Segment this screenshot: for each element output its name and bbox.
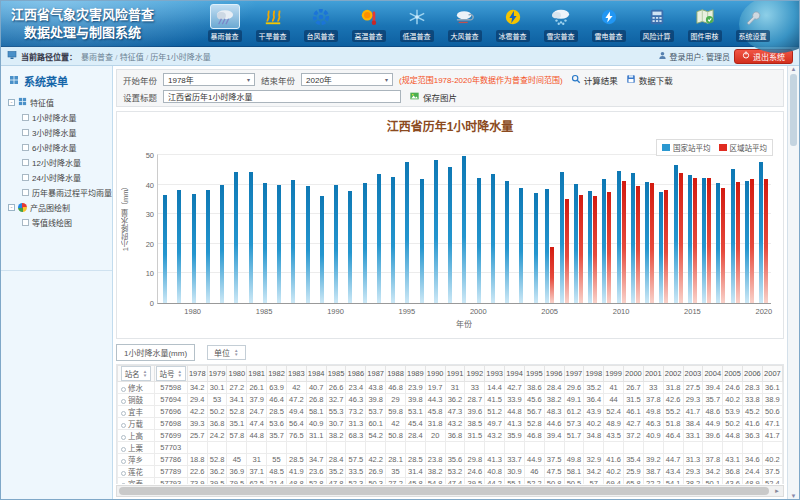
bar-group-1994[interactable] [386, 155, 400, 303]
table-row[interactable]: 上栗57703 [118, 442, 783, 454]
nav-map-review[interactable]: 图件审核 [683, 4, 726, 42]
sidebar-item[interactable]: 1小时降水量 [1, 110, 112, 125]
hscroll-thumb[interactable] [119, 487, 769, 495]
radio-icon[interactable] [121, 435, 126, 440]
bar-group-2010[interactable] [614, 155, 628, 303]
bar-group-2020[interactable] [757, 155, 771, 303]
metric-filter-button[interactable]: 1小时降水量(mm) [116, 344, 195, 361]
bar-group-1985[interactable] [258, 155, 272, 303]
bar-group-2018[interactable] [728, 155, 742, 303]
col-year[interactable]: 1984 [306, 366, 326, 382]
radio-icon[interactable] [121, 423, 126, 428]
bar-group-1990[interactable] [329, 155, 343, 303]
nav-low-temp[interactable]: 低温普查 [395, 4, 438, 42]
nav-rainstorm[interactable]: 暴雨普查 [203, 4, 246, 42]
chart-title-input[interactable] [163, 90, 401, 103]
radio-icon[interactable] [121, 471, 126, 476]
col-year[interactable]: 1996 [544, 366, 564, 382]
bar-group-1996[interactable] [415, 155, 429, 303]
radio-icon[interactable] [121, 447, 126, 452]
bar-group-1989[interactable] [315, 155, 329, 303]
nav-drought[interactable]: 干旱普查 [251, 4, 294, 42]
radio-icon[interactable] [121, 459, 126, 464]
radio-icon[interactable] [121, 387, 126, 392]
bar-group-1988[interactable] [301, 155, 315, 303]
station-name-cell[interactable]: 宜春 [118, 478, 155, 485]
table-row[interactable]: 铜鼓5769429.45334.137.946.447.226.832.746.… [118, 394, 783, 406]
sidebar-item[interactable]: 24小时降水量 [1, 170, 112, 185]
bar-group-1995[interactable] [400, 155, 414, 303]
col-year[interactable]: 1983 [286, 366, 306, 382]
vscroll-thumb[interactable] [790, 74, 797, 146]
station-name-cell[interactable]: 上栗 [118, 442, 155, 454]
bar-group-2009[interactable] [600, 155, 614, 303]
col-year[interactable]: 1982 [267, 366, 287, 382]
col-year[interactable]: 1997 [564, 366, 584, 382]
unit-dropdown[interactable]: 单位 ▲▼ [207, 345, 245, 360]
bar-group-2015[interactable] [685, 155, 699, 303]
table-row[interactable]: 修水5759834.230.127.226.163.94240.726.623.… [118, 382, 783, 394]
station-name-cell[interactable]: 萍乡 [118, 454, 155, 466]
col-year[interactable]: 2000 [624, 366, 644, 382]
station-name-cell[interactable]: 万载 [118, 418, 155, 430]
bar-group-2001[interactable] [486, 155, 500, 303]
nav-wind[interactable]: 大风普查 [443, 4, 486, 42]
sidebar-group[interactable]: -产品图绘制 [1, 200, 112, 215]
scroll-up-icon[interactable]: ▲ [791, 66, 797, 72]
nav-lightning[interactable]: 雷电普查 [587, 4, 630, 42]
nav-risk-calc[interactable]: 风险计算 [635, 4, 678, 42]
table-row[interactable]: 宜丰5769642.250.252.824.728.549.458.155.37… [118, 406, 783, 418]
sidebar-item[interactable]: 历年暴雨过程平均雨量 [1, 185, 112, 200]
bar-group-2000[interactable] [472, 155, 486, 303]
col-year[interactable]: 2007 [762, 366, 782, 382]
col-year[interactable]: 1986 [346, 366, 366, 382]
collapse-icon[interactable]: - [8, 99, 15, 106]
bar-group-2013[interactable] [657, 155, 671, 303]
station-name-cell[interactable]: 铜鼓 [118, 394, 155, 406]
table-row[interactable]: 莲花5778922.636.236.937.148.541.923.635.23… [118, 466, 783, 478]
bar-group-1993[interactable] [372, 155, 386, 303]
save-image-button[interactable]: 保存图片 [409, 91, 457, 103]
sidebar-item[interactable]: 12小时降水量 [1, 155, 112, 170]
bar-group-2002[interactable] [500, 155, 514, 303]
bar-group-2005[interactable] [543, 155, 557, 303]
vertical-scrollbar[interactable]: ▲ ▼ [787, 66, 799, 499]
radio-icon[interactable] [121, 411, 126, 416]
nav-typhoon[interactable]: 台风普查 [299, 4, 342, 42]
horizontal-scrollbar[interactable]: ► [116, 485, 784, 497]
radio-icon[interactable] [121, 483, 126, 484]
col-year[interactable]: 1992 [465, 366, 485, 382]
col-year[interactable]: 1987 [366, 366, 386, 382]
calculate-button[interactable]: 计算结果 [571, 74, 618, 86]
col-year[interactable]: 2005 [723, 366, 743, 382]
station-name-cell[interactable]: 上高 [118, 430, 155, 442]
collapse-icon[interactable]: - [8, 204, 15, 211]
station-name-cell[interactable]: 修水 [118, 382, 155, 394]
bar-group-1983[interactable] [229, 155, 243, 303]
bar-group-1984[interactable] [244, 155, 258, 303]
col-year[interactable]: 1999 [604, 366, 624, 382]
bar-group-2004[interactable] [529, 155, 543, 303]
radio-icon[interactable] [121, 399, 126, 404]
download-button[interactable]: 数据下载 [626, 74, 673, 86]
bar-group-1991[interactable] [343, 155, 357, 303]
col-station-id[interactable]: 站号▲▼ [154, 366, 187, 382]
col-year[interactable]: 1985 [326, 366, 346, 382]
sidebar-group[interactable]: -特征值 [1, 95, 112, 110]
bar-group-1982[interactable] [215, 155, 229, 303]
sidebar-item[interactable]: 等值线绘图 [1, 215, 112, 230]
nav-hail[interactable]: 冰雹普查 [491, 4, 534, 42]
col-year[interactable]: 2006 [743, 366, 763, 382]
chart-legend[interactable]: 国家站平均区域站平均 [656, 139, 773, 156]
col-year[interactable]: 1998 [584, 366, 604, 382]
col-year[interactable]: 1995 [524, 366, 544, 382]
bar-group-2014[interactable] [671, 155, 685, 303]
bar-group-1986[interactable] [272, 155, 286, 303]
nav-snow[interactable]: 雪灾普查 [539, 4, 582, 42]
bar-group-1998[interactable] [443, 155, 457, 303]
nav-high-temp[interactable]: 高温普查 [347, 4, 390, 42]
bar-group-1987[interactable] [286, 155, 300, 303]
col-year[interactable]: 1981 [247, 366, 267, 382]
col-year[interactable]: 1988 [386, 366, 406, 382]
sidebar-item[interactable]: 6小时降水量 [1, 140, 112, 155]
